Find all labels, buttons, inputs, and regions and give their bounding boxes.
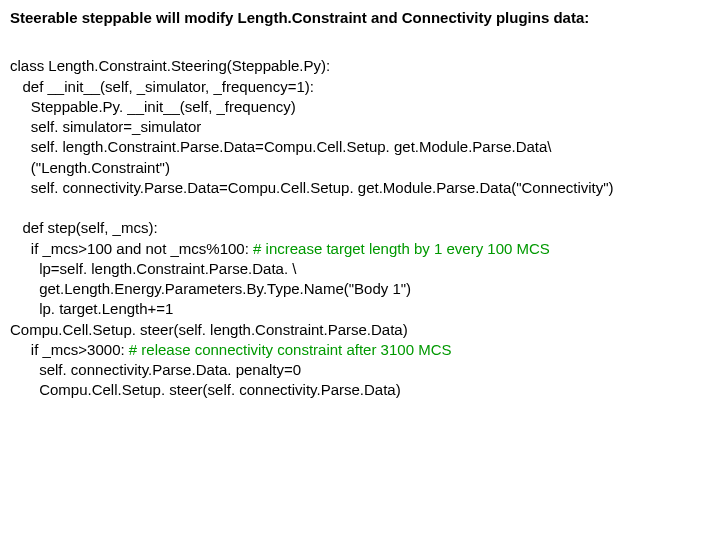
code-line: self. connectivity.Parse.Data=Compu.Cell… [10, 179, 614, 196]
code-line: ("Length.Constraint") [10, 159, 170, 176]
code-line: self. simulator=_simulator [10, 118, 201, 135]
code-line: Compu.Cell.Setup. steer(self. length.Con… [10, 321, 408, 338]
code-line: lp. target.Length+=1 [10, 300, 173, 317]
code-line: self. length.Constraint.Parse.Data=Compu… [10, 138, 552, 155]
code-line: def __init__(self, _simulator, _frequenc… [10, 78, 314, 95]
code-line: if _mcs>100 and not _mcs%100: [10, 240, 253, 257]
code-block: class Length.Constraint.Steering(Steppab… [10, 56, 710, 400]
code-line: Compu.Cell.Setup. steer(self. connectivi… [10, 381, 401, 398]
code-comment: # release connectivity constraint after … [129, 341, 452, 358]
code-line: self. connectivity.Parse.Data. penalty=0 [10, 361, 301, 378]
code-line: if _mcs>3000: [10, 341, 129, 358]
code-comment: # increase target length by 1 every 100 … [253, 240, 550, 257]
code-line: def step(self, _mcs): [10, 219, 158, 236]
slide-title: Steerable steppable will modify Length.C… [10, 8, 710, 28]
code-line: Steppable.Py. __init__(self, _frequency) [10, 98, 296, 115]
code-line: get.Length.Energy.Parameters.By.Type.Nam… [10, 280, 411, 297]
code-line: class Length.Constraint.Steering(Steppab… [10, 57, 330, 74]
code-line: lp=self. length.Constraint.Parse.Data. \ [10, 260, 296, 277]
